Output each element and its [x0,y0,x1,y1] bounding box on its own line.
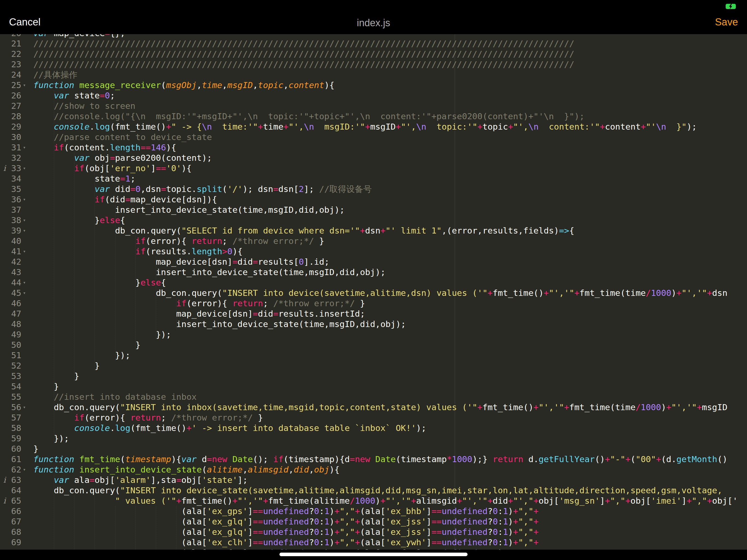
code-text: function fmt_time(timestamp){var d=new D… [33,454,727,464]
code-editor-screen: 20var map_device={};21//////////////////… [0,0,747,560]
code-line[interactable]: 49 }); [0,329,747,339]
code-text: }); [33,350,130,360]
home-indicator[interactable] [279,553,468,556]
code-line[interactable]: 67 (ala['ex_glq']==undefined?0:1)+","+(a… [0,516,747,527]
code-line[interactable]: 53 } [0,371,747,381]
line-number: 53 [0,371,21,381]
code-line[interactable]: 34 state=1; [0,173,747,184]
fold-caret-icon[interactable]: ▾ [23,194,26,205]
code-line[interactable]: 35 var did=0,dsn=topic.split('/'); dsn=d… [0,184,747,194]
code-line[interactable]: 48 insert_into_device_state(time,msgID,d… [0,319,747,329]
code-text: insert_into_device_state(time,msgID,did,… [33,267,386,277]
code-text: insert_into_device_state(time,msgID,did,… [33,319,406,329]
code-line[interactable]: 27 //show to screen [0,101,747,111]
line-number: 52 [0,360,21,371]
code-line[interactable]: 59 }); [0,433,747,443]
fold-caret-icon[interactable]: ▾ [23,277,26,288]
code-line[interactable]: 50 } [0,339,747,350]
line-number: 38 [0,215,21,225]
code-line[interactable]: 23//////////////////////////////////////… [0,59,747,70]
code-text: } [33,360,100,371]
code-line[interactable]: 25▾function message_receiver(msgObj,time… [0,80,747,90]
line-number: 27 [0,101,21,111]
fold-caret-icon[interactable]: ▾ [23,80,26,90]
code-line[interactable]: 64 db_con.query("INSERT into device_stat… [0,485,747,495]
code-line[interactable]: 37 insert_into_device_state(time,msgID,d… [0,205,747,215]
code-text: //show to screen [33,101,135,111]
code-text: } [33,371,79,381]
fold-caret-icon[interactable]: ▾ [23,163,26,173]
line-number: 35 [0,184,21,194]
line-number: 32 [0,153,21,163]
code-line[interactable]: 52 } [0,360,747,371]
code-line[interactable]: i65 " values ('"+fmt_time()+"','"+fmt_ti… [0,495,747,506]
code-line[interactable]: 21//////////////////////////////////////… [0,38,747,49]
fold-caret-icon[interactable]: ▾ [23,246,26,256]
code-line[interactable]: 41▾ if(results.length>0){ [0,246,747,256]
code-line[interactable]: 61function fmt_time(timestamp){var d=new… [0,454,747,464]
fold-caret-icon[interactable]: ▾ [23,402,26,412]
code-text: } [33,339,140,350]
code-line[interactable]: i33▾ if(obj['err_no']=='0'){ [0,163,747,173]
code-text: function insert_into_device_state(alitim… [33,464,340,475]
code-line[interactable]: 29 console.log(fmt_time()+" -> {\n time:… [0,121,747,132]
code-text: " values ('"+fmt_time()+"','"+fmt_time(a… [33,495,738,506]
code-line[interactable]: 44▾ }else{ [0,277,747,288]
line-number: 58 [0,423,21,433]
fold-caret-icon[interactable]: ▾ [23,215,26,225]
code-line[interactable]: 42 map_device[dsn]=did=results[0].id; [0,256,747,267]
code-line[interactable]: 22//////////////////////////////////////… [0,49,747,59]
code-text: ////////////////////////////////////////… [33,49,574,59]
code-line[interactable]: 47 map_device[dsn]=did=results.insertId; [0,308,747,319]
fold-caret-icon[interactable]: ▾ [23,464,26,475]
code-line[interactable]: 39▾ db_con.query("SELECT id from device … [0,225,747,236]
code-line[interactable]: 66 (ala['ex_gps']==undefined?0:1)+","+(a… [0,506,747,516]
line-number: 59 [0,433,21,443]
code-text: } [33,381,59,391]
code-line[interactable]: 32 var obj=parse0200(content); [0,153,747,163]
code-line[interactable]: 31▾ if(content.length==146){ [0,142,747,153]
code-line[interactable]: 30 //parse content to device_state [0,132,747,142]
fold-caret-icon[interactable]: ▾ [23,225,26,236]
code-line[interactable]: 57 if(error){ return; /*throw error;*/ } [0,412,747,423]
code-text: insert_into_device_state(time,msgID,did,… [33,205,345,215]
code-editarea[interactable]: 20var map_device={};21//////////////////… [0,0,747,560]
code-line[interactable]: 56▾ db_con.query("INSERT into inbox(save… [0,402,747,412]
code-line[interactable]: 60} [0,443,747,454]
code-line[interactable]: 68 (ala['ex_glq']==undefined?0:1)+","+(a… [0,527,747,537]
code-line[interactable]: 51 }); [0,350,747,360]
line-number: 34 [0,173,21,184]
line-number: 51 [0,350,21,360]
line-number: 40 [0,236,21,246]
fold-caret-icon[interactable]: ▾ [23,142,26,153]
code-line[interactable]: 62▾function insert_into_device_state(ali… [0,464,747,475]
code-text: db_con.query("INSERT into device(savetim… [33,288,727,298]
code-line[interactable]: 58 console.log(fmt_time()+' -> insert in… [0,423,747,433]
code-line[interactable]: 26 var state=0; [0,90,747,101]
code-line[interactable]: 43 insert_into_device_state(time,msgID,d… [0,267,747,277]
line-number: 54 [0,381,21,391]
code-line[interactable]: 69 (ala['ex_clh']==undefined?0:1)+","+(a… [0,537,747,548]
line-number: 26 [0,90,21,101]
line-number: 21 [0,38,21,49]
line-number: 45 [0,288,21,298]
code-line[interactable]: 45▾ db_con.query("INSERT into device(sav… [0,288,747,298]
code-line[interactable]: 28 //console.log("{\n msgID:'"+msgID+"',… [0,111,747,121]
code-line[interactable]: 46 if(error){ return; /*throw error;*/ } [0,298,747,308]
line-number: 61 [0,454,21,464]
save-button[interactable]: Save [715,17,738,27]
code-line[interactable]: 24//具体操作 [0,70,747,80]
fold-caret-icon[interactable]: ▾ [23,288,26,298]
code-line[interactable]: 36▾ if(did=map_device[dsn]){ [0,194,747,205]
line-number: 28 [0,111,21,121]
line-number: 48 [0,319,21,329]
code-line[interactable]: i63 var ala=obj['alarm'],sta=obj['state'… [0,475,747,485]
code-text: if(error){ return; /*throw error;*/ } [33,412,263,423]
code-line[interactable]: 55 //insert into database inbox [0,391,747,402]
line-number: 49 [0,329,21,339]
code-line[interactable]: 38▾ }else{ [0,215,747,225]
line-number: 39 [0,225,21,236]
code-line[interactable]: 40 if(error){ return; /*throw error;*/ } [0,236,747,246]
code-line[interactable]: 54 } [0,381,747,391]
code-text: console.log(fmt_time()+" -> {\n time:'"+… [33,121,697,132]
